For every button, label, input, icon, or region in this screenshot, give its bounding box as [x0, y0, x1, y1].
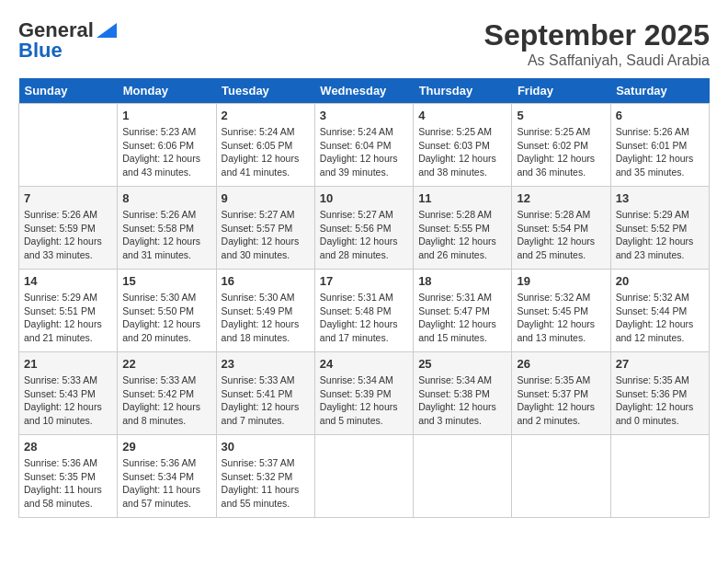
calendar-cell: 17Sunrise: 5:31 AMSunset: 5:48 PMDayligh… — [314, 270, 413, 352]
cell-content: Sunrise: 5:30 AMSunset: 5:50 PMDaylight:… — [122, 291, 210, 345]
calendar-cell: 25Sunrise: 5:34 AMSunset: 5:38 PMDayligh… — [414, 352, 512, 435]
cell-content: Sunrise: 5:26 AMSunset: 5:59 PMDaylight:… — [24, 208, 112, 262]
cell-content: Sunrise: 5:37 AMSunset: 5:32 PMDaylight:… — [222, 456, 310, 511]
cell-content: Sunrise: 5:28 AMSunset: 5:54 PMDaylight:… — [517, 208, 605, 262]
day-number: 2 — [222, 109, 310, 122]
calendar-cell: 16Sunrise: 5:30 AMSunset: 5:49 PMDayligh… — [216, 270, 314, 352]
calendar-cell — [19, 104, 118, 187]
day-number: 17 — [320, 274, 408, 288]
day-number: 20 — [616, 274, 704, 288]
calendar-cell: 1Sunrise: 5:23 AMSunset: 6:06 PMDaylight… — [118, 104, 216, 187]
calendar-cell: 23Sunrise: 5:33 AMSunset: 5:41 PMDayligh… — [216, 352, 314, 435]
cell-content: Sunrise: 5:35 AMSunset: 5:36 PMDaylight:… — [616, 373, 704, 428]
calendar-cell: 29Sunrise: 5:36 AMSunset: 5:34 PMDayligh… — [118, 435, 216, 518]
cell-content: Sunrise: 5:23 AMSunset: 6:06 PMDaylight:… — [122, 125, 210, 179]
weekday-header: Friday — [512, 78, 610, 104]
day-number: 21 — [24, 357, 112, 371]
day-number: 23 — [222, 357, 310, 371]
day-number: 18 — [418, 274, 506, 288]
calendar-cell — [314, 435, 413, 518]
day-number: 9 — [222, 191, 310, 205]
calendar-cell: 11Sunrise: 5:28 AMSunset: 5:55 PMDayligh… — [414, 187, 512, 270]
calendar-cell — [414, 435, 512, 518]
cell-content: Sunrise: 5:25 AMSunset: 6:03 PMDaylight:… — [418, 125, 506, 179]
calendar-body: 1Sunrise: 5:23 AMSunset: 6:06 PMDaylight… — [19, 104, 710, 518]
logo-blue: Blue — [18, 39, 63, 63]
cell-content: Sunrise: 5:36 AMSunset: 5:34 PMDaylight:… — [122, 456, 210, 511]
cell-content: Sunrise: 5:30 AMSunset: 5:49 PMDaylight:… — [222, 291, 310, 345]
calendar-cell: 15Sunrise: 5:30 AMSunset: 5:50 PMDayligh… — [118, 270, 216, 352]
cell-content: Sunrise: 5:34 AMSunset: 5:39 PMDaylight:… — [320, 373, 408, 428]
day-number: 25 — [418, 357, 506, 371]
day-number: 10 — [320, 191, 408, 205]
calendar-cell: 19Sunrise: 5:32 AMSunset: 5:45 PMDayligh… — [512, 270, 610, 352]
cell-content: Sunrise: 5:33 AMSunset: 5:41 PMDaylight:… — [222, 373, 310, 428]
cell-content: Sunrise: 5:33 AMSunset: 5:43 PMDaylight:… — [24, 373, 112, 428]
calendar-cell: 24Sunrise: 5:34 AMSunset: 5:39 PMDayligh… — [314, 352, 413, 435]
location-title: As Saffaniyah, Saudi Arabia — [484, 52, 710, 69]
calendar-cell: 8Sunrise: 5:26 AMSunset: 5:58 PMDaylight… — [118, 187, 216, 270]
cell-content: Sunrise: 5:32 AMSunset: 5:44 PMDaylight:… — [616, 291, 704, 345]
calendar-week-row: 21Sunrise: 5:33 AMSunset: 5:43 PMDayligh… — [19, 352, 710, 435]
weekday-header: Saturday — [610, 78, 709, 104]
calendar-cell: 10Sunrise: 5:27 AMSunset: 5:56 PMDayligh… — [314, 187, 413, 270]
day-number: 27 — [616, 357, 704, 371]
cell-content: Sunrise: 5:31 AMSunset: 5:48 PMDaylight:… — [320, 291, 408, 345]
calendar-cell: 14Sunrise: 5:29 AMSunset: 5:51 PMDayligh… — [19, 270, 118, 352]
calendar-cell: 20Sunrise: 5:32 AMSunset: 5:44 PMDayligh… — [610, 270, 709, 352]
calendar-cell: 27Sunrise: 5:35 AMSunset: 5:36 PMDayligh… — [610, 352, 709, 435]
day-number: 5 — [517, 109, 605, 122]
day-number: 12 — [517, 191, 605, 205]
calendar-cell: 6Sunrise: 5:26 AMSunset: 6:01 PMDaylight… — [610, 104, 709, 187]
day-number: 8 — [122, 191, 210, 205]
calendar-cell: 2Sunrise: 5:24 AMSunset: 6:05 PMDaylight… — [216, 104, 314, 187]
day-number: 22 — [122, 357, 210, 371]
cell-content: Sunrise: 5:27 AMSunset: 5:57 PMDaylight:… — [222, 208, 310, 262]
day-number: 6 — [616, 109, 704, 122]
calendar-cell: 28Sunrise: 5:36 AMSunset: 5:35 PMDayligh… — [19, 435, 118, 518]
calendar-cell: 21Sunrise: 5:33 AMSunset: 5:43 PMDayligh… — [19, 352, 118, 435]
weekday-header: Tuesday — [216, 78, 314, 104]
calendar-cell: 18Sunrise: 5:31 AMSunset: 5:47 PMDayligh… — [414, 270, 512, 352]
logo-icon — [97, 23, 117, 38]
cell-content: Sunrise: 5:27 AMSunset: 5:56 PMDaylight:… — [320, 208, 408, 262]
day-number: 24 — [320, 357, 408, 371]
calendar-week-row: 7Sunrise: 5:26 AMSunset: 5:59 PMDaylight… — [19, 187, 710, 270]
day-number: 7 — [24, 191, 112, 205]
svg-marker-0 — [97, 23, 117, 38]
calendar-cell: 22Sunrise: 5:33 AMSunset: 5:42 PMDayligh… — [118, 352, 216, 435]
cell-content: Sunrise: 5:25 AMSunset: 6:02 PMDaylight:… — [517, 125, 605, 179]
day-number: 14 — [24, 274, 112, 288]
calendar-week-row: 1Sunrise: 5:23 AMSunset: 6:06 PMDaylight… — [19, 104, 710, 187]
weekday-header: Wednesday — [314, 78, 413, 104]
day-number: 30 — [222, 440, 310, 454]
cell-content: Sunrise: 5:32 AMSunset: 5:45 PMDaylight:… — [517, 291, 605, 345]
calendar-cell: 5Sunrise: 5:25 AMSunset: 6:02 PMDaylight… — [512, 104, 610, 187]
calendar-table: SundayMondayTuesdayWednesdayThursdayFrid… — [18, 78, 710, 518]
weekday-header: Monday — [118, 78, 216, 104]
day-number: 13 — [616, 191, 704, 205]
calendar-cell: 12Sunrise: 5:28 AMSunset: 5:54 PMDayligh… — [512, 187, 610, 270]
cell-content: Sunrise: 5:31 AMSunset: 5:47 PMDaylight:… — [418, 291, 506, 345]
cell-content: Sunrise: 5:24 AMSunset: 6:04 PMDaylight:… — [320, 125, 408, 179]
cell-content: Sunrise: 5:34 AMSunset: 5:38 PMDaylight:… — [418, 373, 506, 428]
cell-content: Sunrise: 5:28 AMSunset: 5:55 PMDaylight:… — [418, 208, 506, 262]
day-number: 26 — [517, 357, 605, 371]
cell-content: Sunrise: 5:26 AMSunset: 5:58 PMDaylight:… — [122, 208, 210, 262]
cell-content: Sunrise: 5:36 AMSunset: 5:35 PMDaylight:… — [24, 456, 112, 511]
calendar-cell — [512, 435, 610, 518]
day-number: 19 — [517, 274, 605, 288]
calendar-cell — [610, 435, 709, 518]
cell-content: Sunrise: 5:26 AMSunset: 6:01 PMDaylight:… — [616, 125, 704, 179]
weekday-header: Thursday — [414, 78, 512, 104]
calendar-cell: 30Sunrise: 5:37 AMSunset: 5:32 PMDayligh… — [216, 435, 314, 518]
calendar-cell: 3Sunrise: 5:24 AMSunset: 6:04 PMDaylight… — [314, 104, 413, 187]
page-header: General Blue September 2025 As Saffaniya… — [18, 18, 710, 69]
calendar-cell: 13Sunrise: 5:29 AMSunset: 5:52 PMDayligh… — [610, 187, 709, 270]
calendar-cell: 7Sunrise: 5:26 AMSunset: 5:59 PMDaylight… — [19, 187, 118, 270]
cell-content: Sunrise: 5:35 AMSunset: 5:37 PMDaylight:… — [517, 373, 605, 428]
logo: General Blue — [18, 18, 117, 63]
cell-content: Sunrise: 5:33 AMSunset: 5:42 PMDaylight:… — [122, 373, 210, 428]
title-area: September 2025 As Saffaniyah, Saudi Arab… — [484, 18, 710, 69]
day-number: 11 — [418, 191, 506, 205]
